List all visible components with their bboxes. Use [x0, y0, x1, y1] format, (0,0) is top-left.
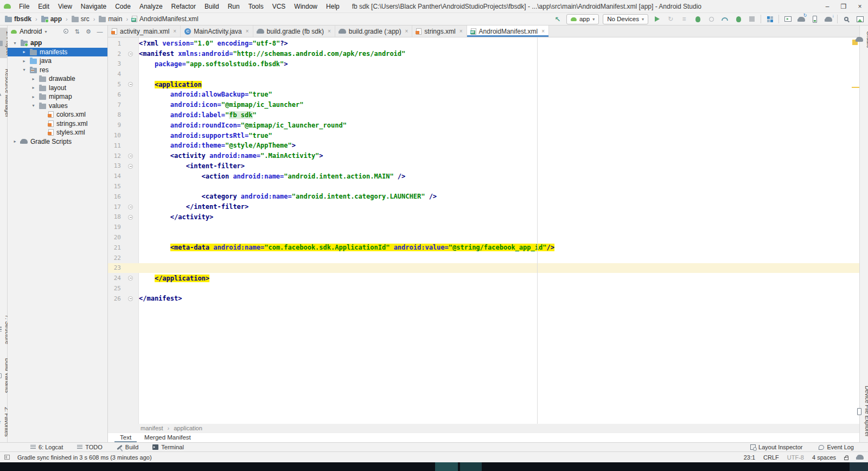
gradle-elephant-icon[interactable]	[857, 455, 864, 460]
menu-run[interactable]: Run	[224, 2, 244, 11]
project-view-select[interactable]: Android	[20, 28, 42, 35]
menu-view[interactable]: View	[54, 2, 76, 11]
tree-arrow-right-icon[interactable]: ▸	[30, 94, 36, 99]
tree-item-drawable[interactable]: ▸drawable	[8, 74, 107, 84]
code-line[interactable]: 3 package="app.softsolstudio.fbsdk">	[108, 59, 859, 69]
breadcrumb-application[interactable]: application	[174, 425, 202, 431]
fold-gutter[interactable]	[121, 192, 139, 202]
line-number[interactable]: 10	[108, 132, 121, 139]
line-number[interactable]: 1	[108, 40, 121, 47]
line-number[interactable]: 5	[108, 81, 121, 88]
breadcrumb-item-androidmanifest-xml[interactable]: AndroidManifest.xml	[130, 15, 200, 23]
fold-gutter[interactable]	[121, 130, 139, 141]
editor-tab-strings-xml[interactable]: strings.xml×	[412, 26, 467, 37]
locate-icon[interactable]	[61, 28, 70, 35]
editor-tab-activity-main-xml[interactable]: activity_main.xml×	[108, 26, 181, 37]
code-line[interactable]: 14 <action android:name="android.intent.…	[108, 171, 859, 181]
menu-navigate[interactable]: Navigate	[77, 2, 110, 11]
breadcrumb-item-src[interactable]: src	[70, 15, 91, 23]
tree-item-mipmap[interactable]: ▸mipmap	[8, 92, 107, 101]
line-number[interactable]: 26	[108, 295, 121, 302]
tool-window-button-todo[interactable]: TODO	[77, 444, 103, 450]
fold-marker-close[interactable]	[128, 205, 133, 209]
line-number[interactable]: 4	[108, 71, 121, 78]
tool-window-button-6-logcat[interactable]: 6: Logcat	[30, 444, 63, 450]
tree-item-styles-xml[interactable]: styles.xml	[8, 128, 107, 137]
line-number[interactable]: 17	[108, 203, 121, 211]
tree-arrow-right-icon[interactable]: ▸	[30, 85, 36, 90]
line-number[interactable]: 16	[108, 193, 121, 200]
tab-text[interactable]: Text	[114, 434, 137, 442]
tree-item-manifests[interactable]: ▸manifests	[8, 48, 107, 57]
avd-manager-icon[interactable]	[783, 14, 793, 24]
code-editor[interactable]: 1<?xml version="1.0" encoding="utf-8"?>2…	[108, 37, 859, 424]
fold-gutter[interactable]	[121, 253, 139, 263]
code-line[interactable]: 23	[108, 263, 859, 273]
menu-tools[interactable]: Tools	[245, 2, 267, 11]
scrollbar-warning-mark[interactable]	[852, 87, 859, 88]
fold-gutter[interactable]	[121, 294, 139, 304]
code-line[interactable]: 12 <activity android:name=".MainActivity…	[108, 151, 859, 161]
code-line[interactable]: 4	[108, 69, 859, 79]
breadcrumb-item-main[interactable]: main	[97, 15, 124, 23]
close-icon[interactable]: ×	[459, 28, 463, 34]
fold-gutter[interactable]	[121, 212, 139, 222]
apply-changes-debug-icon[interactable]	[733, 14, 743, 24]
fold-gutter[interactable]	[121, 39, 139, 49]
tree-item-res[interactable]: ▾res	[8, 66, 107, 75]
line-number[interactable]: 13	[108, 162, 121, 169]
tree-arrow-right-icon[interactable]: ▸	[21, 59, 27, 63]
line-number[interactable]: 15	[108, 183, 121, 190]
line-number[interactable]: 20	[108, 234, 121, 241]
line-number[interactable]: 7	[108, 101, 121, 109]
device-manager-icon[interactable]	[810, 14, 820, 24]
fold-marker-open[interactable]	[128, 154, 133, 158]
code-line[interactable]: 1<?xml version="1.0" encoding="utf-8"?>	[108, 39, 859, 49]
breadcrumb-manifest[interactable]: manifest	[141, 425, 163, 431]
fold-marker-close[interactable]	[128, 296, 133, 301]
project-structure-icon[interactable]	[765, 14, 775, 24]
code-line[interactable]: 11 android:theme="@style/AppTheme">	[108, 141, 859, 151]
fold-gutter[interactable]	[121, 283, 139, 294]
collapse-all-icon[interactable]: ⇅	[73, 28, 81, 35]
code-line[interactable]: 26</manifest>	[108, 294, 859, 304]
caret-position[interactable]: 23:1	[744, 454, 755, 461]
menu-build[interactable]: Build	[201, 2, 223, 11]
code-line[interactable]: 17 </intent-filter>	[108, 202, 859, 212]
code-line[interactable]: 22	[108, 253, 859, 263]
code-line[interactable]: 21 <meta-data android:name="com.facebook…	[108, 243, 859, 253]
event-log-button[interactable]: Event Log	[819, 444, 854, 450]
sdk-manager-icon[interactable]	[824, 14, 833, 24]
menu-file[interactable]: File	[15, 2, 33, 11]
tree-arrow-down-icon[interactable]: ▾	[21, 67, 27, 72]
indent-setting[interactable]: 4 spaces	[812, 454, 836, 461]
line-number[interactable]: 2	[108, 50, 121, 58]
fold-gutter[interactable]	[121, 59, 139, 69]
window-maximize-button[interactable]: ❐	[835, 0, 852, 13]
search-everywhere-icon[interactable]	[841, 14, 851, 24]
code-lines[interactable]: 1<?xml version="1.0" encoding="utf-8"?>2…	[108, 37, 859, 304]
tree-item-app[interactable]: ▾app	[8, 39, 107, 48]
close-icon[interactable]: ×	[328, 28, 331, 34]
fold-gutter[interactable]	[121, 79, 139, 90]
line-number[interactable]: 6	[108, 91, 121, 98]
code-line[interactable]: 19	[108, 222, 859, 232]
line-number[interactable]: 8	[108, 111, 121, 118]
debug-icon[interactable]	[693, 14, 703, 24]
code-line[interactable]: 15	[108, 181, 859, 192]
tree-arrow-down-icon[interactable]: ▾	[12, 41, 18, 46]
line-number[interactable]: 24	[108, 275, 121, 282]
tree-arrow-right-icon[interactable]: ▸	[12, 139, 18, 144]
fold-gutter[interactable]	[121, 120, 139, 130]
rerun-icon[interactable]: ↻	[666, 14, 675, 24]
chevron-down-icon[interactable]: ▾	[44, 29, 47, 34]
code-line[interactable]: 16 <category android:name="android.inten…	[108, 192, 859, 202]
lock-icon[interactable]	[844, 457, 848, 460]
line-number[interactable]: 22	[108, 254, 121, 262]
fold-gutter[interactable]	[121, 100, 139, 110]
fold-gutter[interactable]	[121, 110, 139, 120]
layout-inspector-button[interactable]: Layout Inspector	[750, 444, 802, 450]
window-minimize-button[interactable]: –	[819, 0, 835, 13]
close-icon[interactable]: ×	[246, 28, 249, 34]
tab-merged-manifest[interactable]: Merged Manifest	[139, 434, 196, 442]
